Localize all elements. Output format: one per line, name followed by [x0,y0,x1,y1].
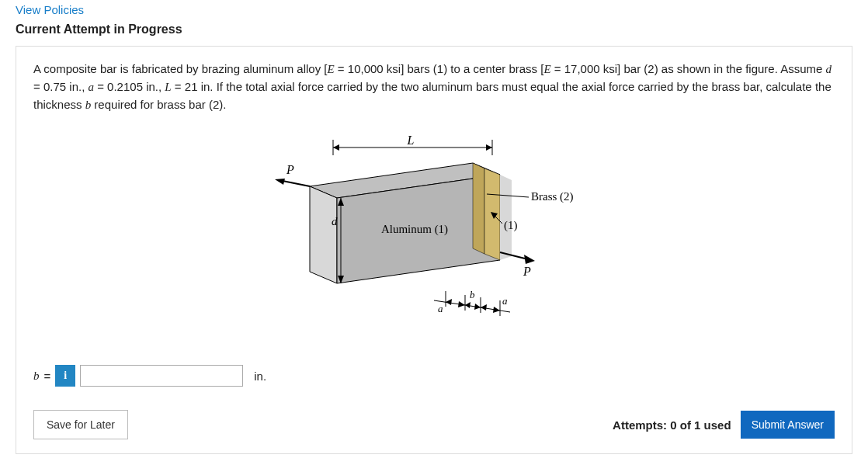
problem-container: A composite bar is fabricated by brazing… [16,46,852,454]
answer-equals: = [44,370,51,383]
label-a1: a [438,303,443,314]
problem-text: A composite bar is fabricated by brazing… [33,61,835,113]
svg-marker-10 [473,163,484,254]
label-a2: a [502,295,508,307]
answer-row: b = i in. [33,365,835,387]
save-for-later-button[interactable]: Save for Later [33,410,128,439]
label-b: b [470,289,475,300]
svg-marker-32 [481,304,487,311]
label-P-left: P [286,163,294,176]
svg-marker-26 [446,299,452,305]
composite-bar-svg: L P d Aluminum (1) [271,132,597,334]
label-aluminum: Aluminum (1) [381,223,448,236]
label-d: d [332,215,338,227]
svg-marker-8 [310,186,337,283]
svg-marker-30 [474,304,481,310]
answer-unit: in. [254,370,266,383]
footer-row: Save for Later Attempts: 0 of 1 used Sub… [33,410,835,439]
answer-input[interactable] [80,365,243,387]
svg-marker-33 [493,307,500,313]
diagram: L P d Aluminum (1) [33,132,835,334]
svg-marker-29 [465,302,470,308]
svg-marker-3 [333,144,339,151]
label-brass: Brass (2) [531,190,574,203]
svg-marker-20 [524,255,535,264]
info-icon[interactable]: i [55,365,75,387]
submit-answer-button[interactable]: Submit Answer [741,411,835,439]
attempt-header: Current Attempt in Progress [16,23,852,36]
label-one: (1) [504,219,518,232]
attempts-text: Attempts: 0 of 1 used [613,418,731,432]
svg-marker-4 [486,144,492,151]
label-L: L [407,134,415,147]
view-policies-link[interactable]: View Policies [16,3,852,16]
svg-marker-27 [458,301,465,307]
svg-marker-6 [275,179,285,185]
answer-variable: b [33,370,40,383]
label-P-right: P [523,265,531,278]
svg-marker-12 [500,175,512,260]
